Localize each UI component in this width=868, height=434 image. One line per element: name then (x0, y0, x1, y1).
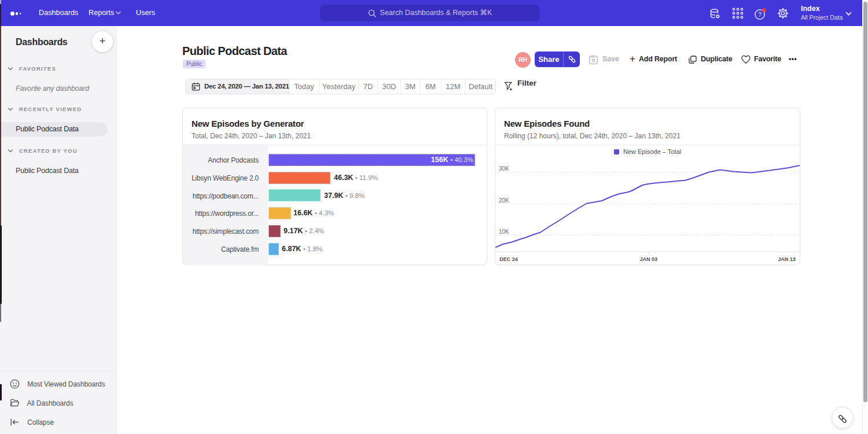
svg-text:20K: 20K (499, 197, 509, 204)
svg-text:10K: 10K (499, 229, 509, 235)
svg-text:JAN 13: JAN 13 (778, 256, 796, 262)
svg-text:30K: 30K (499, 165, 509, 172)
svg-text:DEC 24: DEC 24 (499, 256, 518, 262)
svg-text:?: ? (758, 11, 762, 18)
svg-text:JAN 03: JAN 03 (639, 256, 657, 262)
